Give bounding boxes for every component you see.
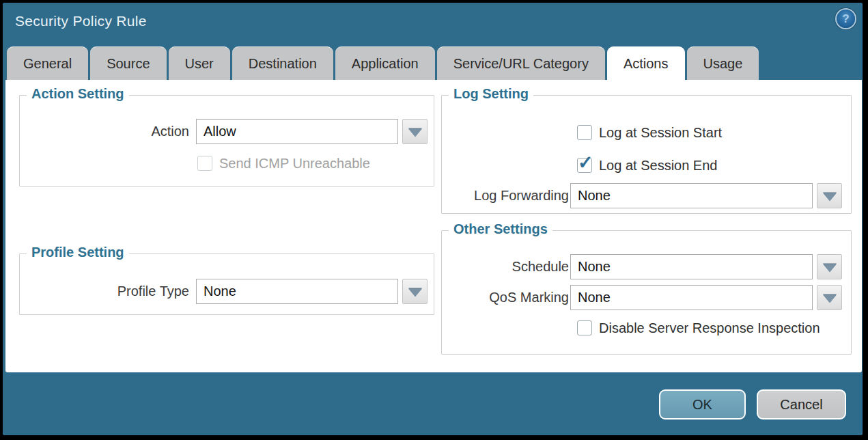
ok-button[interactable]: OK (659, 389, 746, 420)
log-forwarding-dropdown-button[interactable] (817, 183, 842, 208)
action-label: Action (19, 119, 189, 144)
tab-source[interactable]: Source (90, 46, 166, 80)
profile-type-combobox[interactable]: None (196, 279, 398, 304)
tab-destination[interactable]: Destination (232, 46, 333, 80)
profile-type-dropdown-button[interactable] (402, 279, 428, 304)
cancel-button[interactable]: Cancel (757, 389, 846, 420)
chevron-down-icon (823, 264, 837, 272)
tab-application[interactable]: Application (335, 46, 435, 80)
qos-marking-dropdown-button[interactable] (817, 285, 842, 310)
help-icon[interactable]: ? (837, 10, 855, 28)
action-combobox[interactable]: Allow (196, 119, 398, 144)
log-at-session-end-label: Log at Session End (599, 158, 717, 173)
dialog-title: Security Policy Rule (15, 13, 147, 29)
send-icmp-unreachable-label: Send ICMP Unreachable (219, 156, 370, 171)
security-policy-rule-dialog: Security Policy Rule ? General Source Us… (3, 3, 863, 435)
disable-server-response-inspection-checkbox[interactable]: ✓ (577, 320, 592, 335)
log-forwarding-combobox[interactable]: None (570, 183, 813, 208)
chevron-down-icon (823, 193, 837, 201)
schedule-combobox[interactable]: None (570, 254, 813, 279)
log-at-session-end-checkbox[interactable]: ✓ (577, 158, 592, 173)
log-at-session-start-checkbox[interactable]: ✓ (577, 125, 592, 140)
log-forwarding-label: Log Forwarding (434, 183, 569, 208)
tab-bar: General Source User Destination Applicat… (7, 46, 759, 80)
log-setting-legend: Log Setting (449, 86, 533, 102)
action-setting-legend: Action Setting (27, 86, 129, 102)
actions-tab-panel: Action Setting Action Allow ✓ Send ICMP … (5, 80, 862, 372)
tab-actions[interactable]: Actions (607, 46, 685, 80)
profile-setting-legend: Profile Setting (27, 245, 129, 260)
schedule-dropdown-button[interactable] (817, 254, 842, 279)
disable-server-response-inspection-label: Disable Server Response Inspection (599, 320, 820, 335)
tab-usage[interactable]: Usage (687, 46, 759, 80)
action-dropdown-button[interactable] (402, 119, 428, 144)
chevron-down-icon (408, 128, 422, 137)
tab-general[interactable]: General (7, 46, 88, 80)
tab-service-url-category[interactable]: Service/URL Category (437, 46, 605, 80)
log-at-session-start-label: Log at Session Start (599, 125, 722, 140)
chevron-down-icon (408, 288, 422, 297)
profile-type-label: Profile Type (19, 279, 189, 304)
check-icon: ✓ (578, 154, 593, 172)
chevron-down-icon (823, 294, 837, 303)
qos-marking-label: QoS Marking (434, 285, 569, 310)
tab-user[interactable]: User (169, 46, 230, 80)
other-settings-legend: Other Settings (449, 221, 552, 237)
send-icmp-unreachable-checkbox: ✓ (197, 156, 212, 171)
qos-marking-combobox[interactable]: None (570, 285, 813, 310)
schedule-label: Schedule (434, 254, 569, 279)
